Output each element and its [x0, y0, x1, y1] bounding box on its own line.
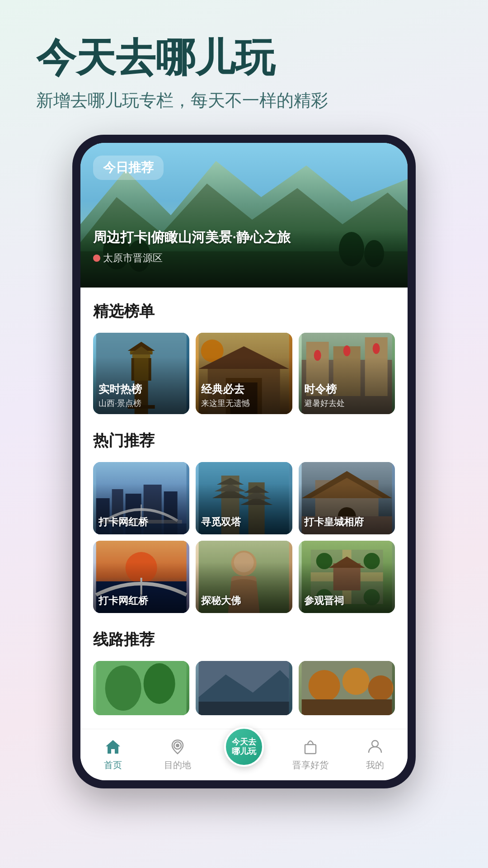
route-section-title: 线路推荐	[93, 629, 395, 650]
nav-item-center[interactable]: 今天去哪儿玩	[224, 727, 264, 767]
nav-item-destination[interactable]: 目的地	[160, 736, 196, 771]
hot-card-2[interactable]: 寻觅双塔	[196, 462, 292, 534]
svg-rect-90	[199, 661, 289, 715]
nav-destination-label: 目的地	[164, 759, 191, 771]
svg-rect-96	[301, 661, 392, 715]
svg-rect-86	[96, 661, 187, 715]
card-3-sub: 避暑好去处	[304, 398, 345, 409]
route-card-3-image	[299, 661, 395, 715]
hot-section-title: 热门推荐	[93, 430, 395, 451]
featured-card-1[interactable]: 实时热榜 山西·景点榜	[93, 333, 189, 414]
card-2-sub: 来这里无遗憾	[201, 398, 250, 409]
route-card-1[interactable]	[93, 661, 189, 715]
bottom-nav: 首页 目的地 今天去哪儿玩	[80, 729, 408, 780]
route-card-2[interactable]	[196, 661, 292, 715]
hot-grid: 打卡网红桥	[93, 462, 395, 613]
route-card-1-image	[93, 661, 189, 715]
route-preview	[93, 661, 395, 715]
svg-point-99	[176, 744, 179, 747]
hot-card-4[interactable]: 打卡网红桥	[93, 541, 189, 613]
nav-center-bubble[interactable]: 今天去哪儿玩	[224, 727, 264, 767]
nav-center-text: 今天去哪儿玩	[232, 737, 256, 757]
phone-mockup: 今日推荐 周边打卡|俯瞰山河美景·静心之旅 太原市晋源区 精选榜单	[72, 135, 416, 788]
hero-badge: 今日推荐	[93, 156, 164, 180]
svg-point-101	[372, 741, 378, 747]
route-card-2-image	[196, 661, 292, 715]
hot-card-3[interactable]: 打卡皇城相府	[299, 462, 395, 534]
featured-section-title: 精选榜单	[93, 301, 395, 322]
hot-card-5-label: 探秘大佛	[201, 594, 241, 608]
destination-icon	[168, 736, 188, 756]
hero-banner[interactable]: 今日推荐 周边打卡|俯瞰山河美景·静心之旅 太原市晋源区	[80, 143, 408, 288]
hot-card-6-label: 参观晋祠	[304, 594, 344, 608]
phone-screen: 今日推荐 周边打卡|俯瞰山河美景·静心之旅 太原市晋源区 精选榜单	[80, 143, 408, 780]
hot-card-6[interactable]: 参观晋祠	[299, 541, 395, 613]
nav-mine-label: 我的	[366, 759, 384, 771]
card-1-sub: 山西·景点榜	[99, 398, 142, 409]
hero-title: 周边打卡|俯瞰山河美景·静心之旅	[93, 228, 291, 247]
profile-icon	[365, 736, 385, 756]
hero-text: 周边打卡|俯瞰山河美景·静心之旅 太原市晋源区	[93, 228, 291, 265]
svg-rect-100	[305, 745, 316, 754]
route-card-3[interactable]	[299, 661, 395, 715]
card-2-text: 经典必去 来这里无遗憾	[201, 383, 250, 409]
nav-home-label: 首页	[104, 759, 122, 771]
page-title: 今天去哪儿玩	[36, 36, 452, 80]
page-header: 今天去哪儿玩 新增去哪儿玩专栏，每天不一样的精彩	[27, 36, 461, 135]
location-icon	[93, 255, 100, 262]
featured-card-2[interactable]: 经典必去 来这里无遗憾	[196, 333, 292, 414]
hot-card-5[interactable]: 探秘大佛	[196, 541, 292, 613]
featured-grid: 实时热榜 山西·景点榜	[93, 333, 395, 414]
svg-marker-97	[106, 740, 120, 754]
card-2-main: 经典必去	[201, 383, 250, 396]
page-subtitle: 新增去哪儿玩专栏，每天不一样的精彩	[36, 89, 452, 112]
hot-card-1[interactable]: 打卡网红桥	[93, 462, 189, 534]
card-1-text: 实时热榜 山西·景点榜	[99, 383, 142, 409]
content-area: 精选榜单	[80, 288, 408, 729]
nav-item-home[interactable]: 首页	[95, 736, 131, 771]
card-3-main: 时令榜	[304, 383, 345, 396]
featured-card-3[interactable]: 时令榜 避暑好去处	[299, 333, 395, 414]
nav-item-shop[interactable]: 晋享好货	[292, 736, 328, 771]
card-3-text: 时令榜 避暑好去处	[304, 383, 345, 409]
hero-location: 太原市晋源区	[93, 251, 291, 265]
nav-shop-label: 晋享好货	[292, 759, 328, 771]
hot-card-3-label: 打卡皇城相府	[304, 515, 364, 529]
hot-card-4-label: 打卡网红桥	[99, 594, 148, 608]
hot-card-1-label: 打卡网红桥	[99, 515, 148, 529]
hot-card-2-label: 寻觅双塔	[201, 515, 241, 529]
shop-icon	[300, 736, 320, 756]
nav-item-mine[interactable]: 我的	[357, 736, 393, 771]
card-1-main: 实时热榜	[99, 383, 142, 396]
home-icon	[103, 736, 123, 756]
